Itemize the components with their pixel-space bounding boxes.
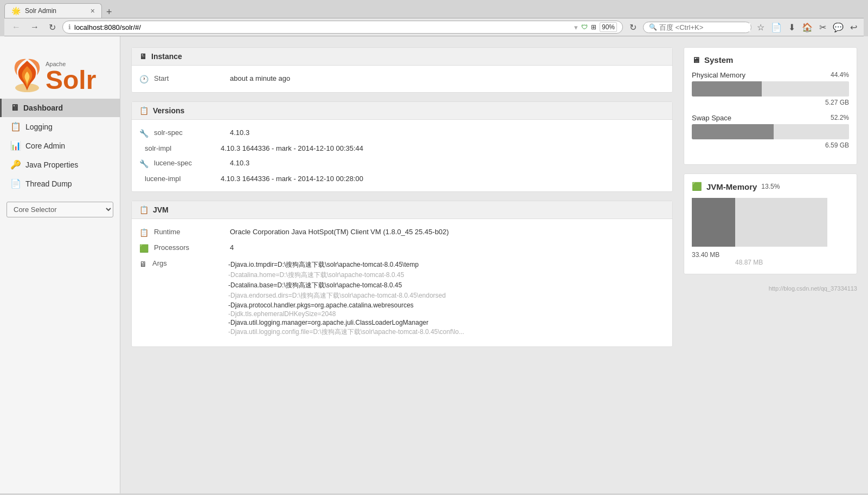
search-input[interactable] — [659, 23, 750, 31]
lucene-spec-value: 4.10.3 — [230, 159, 249, 167]
jvm-memory-labels: 33.40 MB 48.87 MB — [692, 251, 849, 266]
solr-label: Solr — [46, 67, 96, 93]
arg-line-4: -Djava.protocol.handler.pkgs=org.apache.… — [228, 301, 665, 309]
new-tab-button[interactable]: + — [102, 7, 117, 18]
screenshot-icon[interactable]: ✂ — [817, 21, 828, 34]
swap-space-label: Swap Space — [692, 114, 731, 122]
instance-header: 🖥 Instance — [132, 48, 672, 66]
sidebar-item-label-java-properties: Java Properties — [25, 160, 78, 169]
logo-area: Apache Solr — [0, 47, 120, 93]
home-icon[interactable]: 🏠 — [800, 21, 815, 34]
processors-row: 🟩 Processors 4 — [132, 240, 672, 256]
arg-line-1: -Dcatalina.home=D:\搜狗高速下载\solr\apache-to… — [228, 271, 665, 280]
download-icon[interactable]: ⬇ — [786, 21, 798, 34]
versions-title: Versions — [153, 106, 184, 115]
version-row-solr-spec: 🔧 solr-spec 4.10.3 — [132, 125, 672, 141]
jvm-icon: 📋 — [139, 205, 149, 214]
solr-spec-icon: 🔧 — [139, 129, 149, 138]
versions-header: 📋 Versions — [132, 102, 672, 120]
sidebar-item-core-admin[interactable]: 📊 Core Admin — [0, 136, 120, 155]
core-selector-dropdown[interactable]: Core Selector — [7, 202, 113, 217]
start-row: 🕐 Start about a minute ago — [132, 71, 672, 87]
solr-flame-logo — [11, 58, 43, 93]
physical-memory-label: Physical Memory — [692, 71, 745, 79]
tab-bar: 🌟 Solr Admin × + — [4, 3, 864, 18]
lucene-impl-label: lucene-impl — [145, 175, 215, 183]
system-card: 🖥 System Physical Memory 44.4% 5.27 GB S… — [684, 47, 857, 165]
runtime-icon: 📋 — [139, 228, 149, 237]
system-icon: 🖥 — [692, 55, 700, 65]
jvm-memory-header: 🟩 JVM-Memory 13.5% — [692, 182, 849, 191]
sidebar-item-java-properties[interactable]: 🔑 Java Properties — [0, 155, 120, 174]
refresh-button[interactable]: ↻ — [46, 21, 59, 34]
reader-view-icon[interactable]: 📄 — [769, 21, 784, 34]
page-content: Apache Solr 🖥 Dashboard 📋 Logging 📊 Core… — [0, 36, 868, 493]
sidebar-item-thread-dump[interactable]: 📄 Thread Dump — [0, 174, 120, 193]
arg-line-0: -Djava.io.tmpdir=D:\搜狗高速下载\solr\apache-t… — [228, 260, 665, 269]
sidebar-item-logging[interactable]: 📋 Logging — [0, 117, 120, 136]
swap-space-size: 6.59 GB — [692, 142, 849, 149]
swap-space-bar — [692, 124, 849, 139]
versions-card: 📋 Versions 🔧 solr-spec 4.10.3 solr-impl — [131, 101, 673, 192]
instance-title: Instance — [151, 52, 182, 61]
jvm-memory-title: JVM-Memory — [706, 182, 757, 191]
jvm-header: 📋 JVM — [132, 201, 672, 219]
bookmarks-star-icon[interactable]: ☆ — [755, 21, 767, 34]
versions-icon: 📋 — [139, 106, 149, 115]
left-panel: 🖥 Instance 🕐 Start about a minute ago — [131, 47, 673, 356]
arg-line-5: -Djdk.tls.ephemeralDHKeySize=2048 — [228, 310, 665, 318]
runtime-label: Runtime — [154, 228, 224, 236]
reload-button[interactable]: ↻ — [626, 21, 640, 34]
jvm-memory-card: 🟩 JVM-Memory 13.5% 33.40 MB 48.87 MB — [684, 173, 857, 274]
instance-icon: 🖥 — [139, 52, 147, 61]
pocket-icon[interactable]: 💬 — [831, 21, 846, 34]
sidebar-item-label-thread-dump: Thread Dump — [25, 179, 72, 188]
forward-button[interactable]: → — [27, 21, 42, 33]
java-properties-icon: 🔑 — [10, 159, 21, 170]
jvm-memory-pct: 13.5% — [761, 183, 780, 190]
url-input[interactable] — [74, 23, 571, 31]
processors-icon: 🟩 — [139, 244, 149, 253]
zoom-level[interactable]: 90% — [600, 22, 617, 32]
version-row-lucene-impl: lucene-impl 4.10.3 1644336 - mark - 2014… — [132, 171, 672, 186]
instance-body: 🕐 Start about a minute ago — [132, 66, 672, 92]
physical-memory-size: 5.27 GB — [692, 99, 849, 106]
arg-line-7: -Djava.util.logging.config.file=D:\搜狗高速下… — [228, 327, 665, 337]
toolbar-icons: ☆ 📄 ⬇ 🏠 ✂ 💬 ↩ — [755, 21, 859, 34]
dashboard-icon: 🖥 — [10, 103, 19, 113]
arg-line-6: -Djava.util.logging.manager=org.apache.j… — [228, 319, 665, 326]
jvm-total-bar — [735, 198, 827, 247]
tab-close-button[interactable]: × — [91, 7, 95, 15]
back-button[interactable]: ← — [9, 21, 24, 33]
versions-body: 🔧 solr-spec 4.10.3 solr-impl 4.10.3 1644… — [132, 120, 672, 191]
physical-memory-label-row: Physical Memory 44.4% — [692, 71, 849, 79]
footer-text: http://blog.csdn.net/qq_37334113 — [684, 285, 857, 292]
jvm-total-label: 48.87 MB — [735, 259, 849, 266]
swap-space-fill — [692, 124, 774, 139]
jvm-used-label: 33.40 MB — [692, 251, 849, 259]
shield-icon: 🛡 — [581, 23, 588, 31]
args-row: 🖥 Args -Djava.io.tmpdir=D:\搜狗高速下载\solr\a… — [132, 256, 672, 341]
history-icon[interactable]: ↩ — [848, 21, 859, 34]
sidebar-item-label-logging: Logging — [25, 123, 53, 131]
version-row-lucene-spec: 🔧 lucene-spec 4.10.3 — [132, 156, 672, 171]
jvm-title: JVM — [153, 205, 169, 214]
logo-text: Apache Solr — [46, 61, 96, 93]
core-selector-wrapper: Core Selector — [7, 202, 113, 217]
args-list: -Djava.io.tmpdir=D:\搜狗高速下载\solr\apache-t… — [228, 259, 665, 338]
sidebar-nav: 🖥 Dashboard 📋 Logging 📊 Core Admin 🔑 Jav… — [0, 99, 120, 193]
lucene-spec-label: lucene-spec — [154, 159, 224, 167]
solr-spec-label: solr-spec — [154, 128, 224, 137]
swap-space-label-row: Swap Space 52.2% — [692, 114, 849, 122]
active-tab[interactable]: 🌟 Solr Admin × — [4, 3, 102, 18]
system-title: System — [704, 55, 733, 65]
search-bar-wrapper: 🔍 — [643, 22, 751, 33]
arg-line-3: -Djava.endorsed.dirs=D:\搜狗高速下载\solr\apac… — [228, 291, 665, 300]
sidebar-item-dashboard[interactable]: 🖥 Dashboard — [0, 99, 120, 117]
main-content: 🖥 Instance 🕐 Start about a minute ago — [120, 36, 868, 493]
sidebar: Apache Solr 🖥 Dashboard 📋 Logging 📊 Core… — [0, 36, 120, 493]
start-icon: 🕐 — [139, 75, 149, 83]
jvm-card: 📋 JVM 📋 Runtime Oracle Corporation Java … — [131, 201, 673, 347]
lucene-impl-value: 4.10.3 1644336 - mark - 2014-12-10 00:28… — [221, 175, 363, 183]
physical-memory-bar — [692, 81, 849, 97]
